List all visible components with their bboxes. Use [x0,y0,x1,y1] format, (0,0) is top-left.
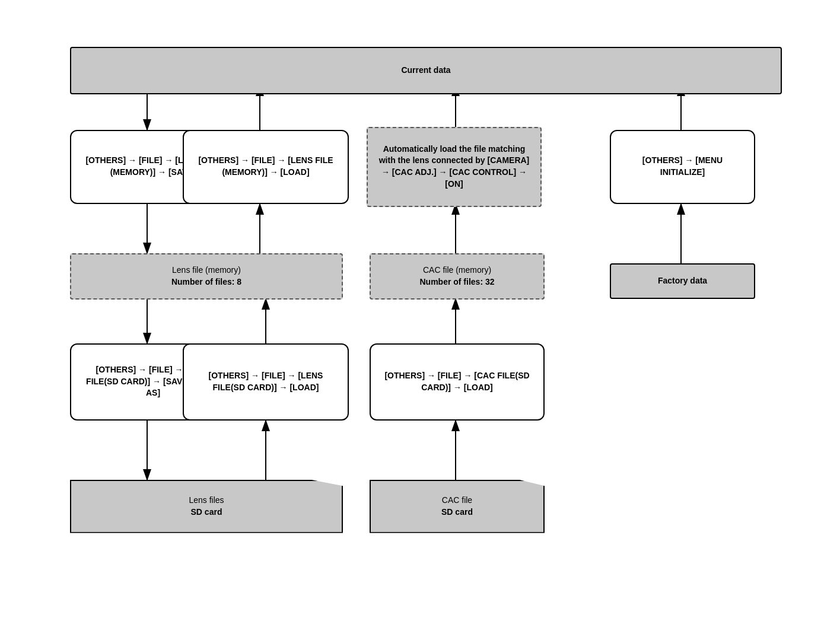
factory-data-box: Factory data [610,263,755,299]
cac-file-memory-box: CAC file (memory) Number of files: 32 [370,253,545,300]
cac-file-memory-line2: Number of files: 32 [419,276,494,288]
lens-file-memory-line2: Number of files: 8 [171,276,241,288]
cac-load-sd-label: [OTHERS] → [FILE] → [CAC FILE(SD CARD)] … [379,370,535,393]
cac-sd-box: CAC file SD card [370,480,545,533]
auto-load-label: Automatically load the file matching wit… [376,144,532,190]
lens-sd-line1: Lens files [189,495,224,507]
menu-init-label: [OTHERS] → [MENU INITIALIZE] [619,155,746,178]
lens-sd-box: Lens files SD card [70,480,343,533]
load-memory-box: [OTHERS] → [FILE] → [LENS FILE (MEMORY)]… [183,130,349,204]
lens-sd-line2: SD card [191,507,222,518]
factory-data-label: Factory data [658,275,707,287]
auto-load-box: Automatically load the file matching wit… [367,127,542,207]
cac-load-sd-box: [OTHERS] → [FILE] → [CAC FILE(SD CARD)] … [370,343,545,421]
menu-init-box: [OTHERS] → [MENU INITIALIZE] [610,130,755,204]
load-memory-label: [OTHERS] → [FILE] → [LENS FILE (MEMORY)]… [192,155,339,178]
current-data-label: Current data [401,65,450,77]
lens-file-memory-line1: Lens file (memory) [172,265,241,276]
diagram: Current data [OTHERS] → [FILE] → [LENS F… [34,29,806,593]
cac-file-memory-line1: CAC file (memory) [423,265,491,276]
load-sd-label: [OTHERS] → [FILE] → [LENS FILE(SD CARD)]… [192,370,339,393]
cac-sd-line1: CAC file [442,495,472,507]
lens-file-memory-box: Lens file (memory) Number of files: 8 [70,253,343,300]
cac-sd-line2: SD card [441,507,473,518]
load-sd-box: [OTHERS] → [FILE] → [LENS FILE(SD CARD)]… [183,343,349,421]
current-data-box: Current data [70,47,782,94]
